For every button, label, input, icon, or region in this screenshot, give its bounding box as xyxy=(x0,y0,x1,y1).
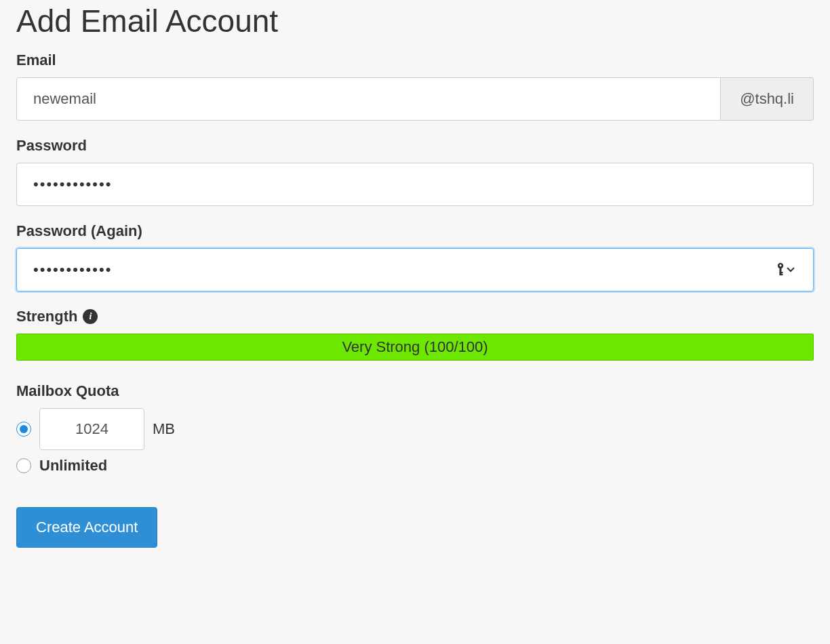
quota-group: Mailbox Quota MB Unlimited xyxy=(16,382,814,475)
email-group: Email @tshq.li xyxy=(16,52,814,121)
quota-unit: MB xyxy=(153,420,175,438)
email-input-group: @tshq.li xyxy=(16,77,814,121)
password-input[interactable] xyxy=(16,163,814,206)
info-icon[interactable]: i xyxy=(83,309,98,324)
chevron-down-icon xyxy=(787,267,795,273)
password-group: Password xyxy=(16,137,814,206)
password-label: Password xyxy=(16,137,814,155)
password-generator-icon[interactable] xyxy=(776,262,795,277)
strength-group: Strength i Very Strong (100/100) xyxy=(16,308,814,361)
password-confirm-group: Password (Again) xyxy=(16,222,814,291)
quota-label: Mailbox Quota xyxy=(16,382,814,400)
quota-input[interactable] xyxy=(39,408,144,450)
email-input[interactable] xyxy=(16,77,721,121)
svg-rect-3 xyxy=(780,272,783,273)
strength-label: Strength xyxy=(16,308,77,325)
strength-label-row: Strength i xyxy=(16,308,814,325)
svg-point-1 xyxy=(780,264,782,266)
email-label: Email xyxy=(16,52,814,69)
quota-unlimited-label: Unlimited xyxy=(39,457,107,475)
strength-bar: Very Strong (100/100) xyxy=(16,334,814,361)
create-account-button[interactable]: Create Account xyxy=(16,507,157,548)
quota-fixed-radio[interactable] xyxy=(16,422,31,437)
quota-unlimited-row: Unlimited xyxy=(16,457,814,475)
email-domain-addon: @tshq.li xyxy=(721,77,814,121)
svg-rect-2 xyxy=(780,268,782,275)
password-confirm-wrapper xyxy=(16,248,814,291)
svg-rect-4 xyxy=(780,274,783,275)
quota-unlimited-radio[interactable] xyxy=(16,458,31,473)
password-confirm-label: Password (Again) xyxy=(16,222,814,240)
page-title: Add Email Account xyxy=(16,3,814,39)
quota-fixed-row: MB xyxy=(16,408,814,450)
password-confirm-input[interactable] xyxy=(16,248,814,291)
